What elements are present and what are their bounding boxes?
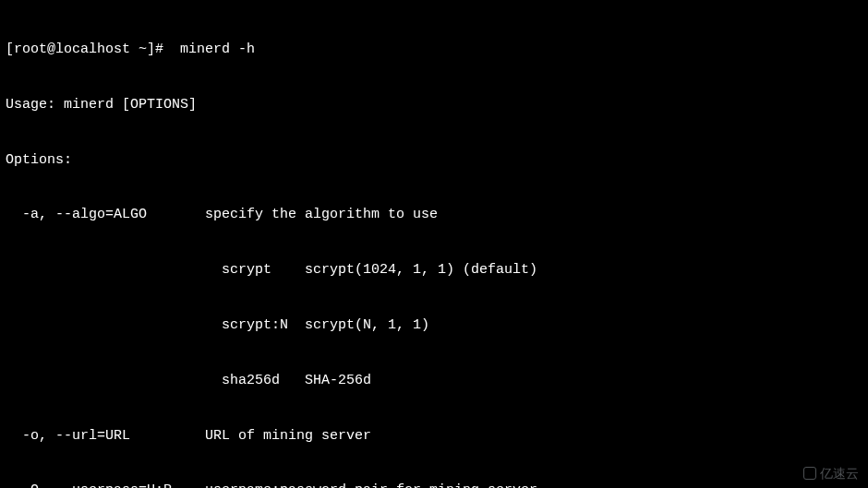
option-line: -o, --url=URL URL of mining server — [6, 427, 862, 446]
option-line: -O, --userpass=U:P username:password pai… — [6, 482, 862, 488]
shell-prompt-line: [root@localhost ~]# minerd -h — [6, 41, 862, 59]
option-line: sha256d SHA-256d — [6, 372, 862, 390]
options-header: Options: — [6, 151, 862, 170]
terminal-output: [root@localhost ~]# minerd -h Usage: min… — [0, 0, 868, 488]
option-line: scrypt scrypt(1024, 1, 1) (default) — [6, 261, 862, 280]
shell-prompt[interactable]: [root@localhost ~]# minerd -h — [6, 42, 255, 57]
option-line: -a, --algo=ALGO specify the algorithm to… — [6, 206, 862, 224]
option-line: scrypt:N scrypt(N, 1, 1) — [6, 316, 862, 335]
usage-line: Usage: minerd [OPTIONS] — [6, 96, 862, 114]
